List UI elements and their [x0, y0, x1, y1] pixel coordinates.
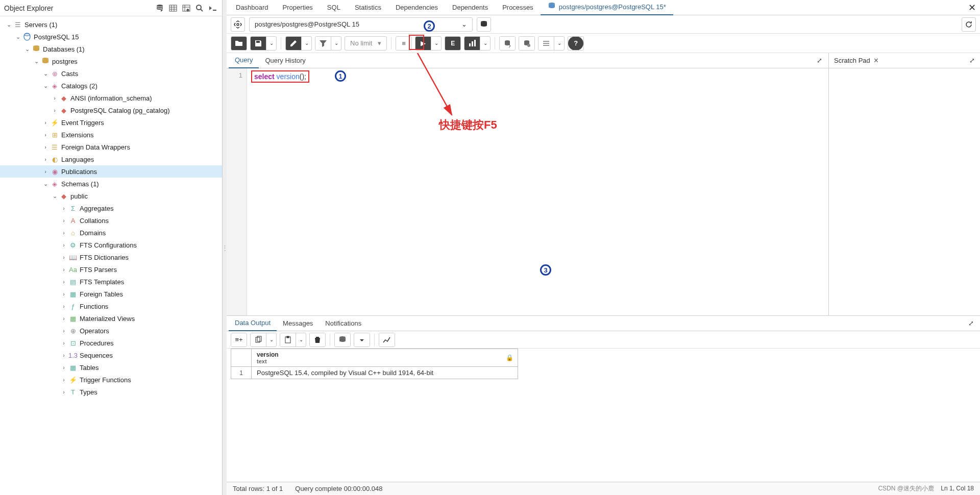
- status-bar: Total rows: 1 of 1 Query complete 00:00:…: [227, 482, 980, 495]
- types-icon: T: [68, 387, 78, 397]
- paste-button[interactable]: [280, 333, 296, 347]
- tab-query-tool[interactable]: postgres/postgres@PostgreSQL 15*: [541, 0, 673, 15]
- save-button[interactable]: [251, 36, 266, 51]
- panel-splitter[interactable]: [223, 0, 227, 495]
- help-button[interactable]: ?: [568, 36, 583, 51]
- sql-editor[interactable]: 1 select version();: [227, 68, 828, 315]
- open-file-button[interactable]: [231, 36, 247, 51]
- svg-point-10: [24, 34, 30, 36]
- edit-button[interactable]: [286, 36, 301, 51]
- publications-icon: ◉: [50, 167, 59, 176]
- copy-button[interactable]: [251, 333, 266, 347]
- svg-point-21: [527, 44, 530, 47]
- connection-status-icon[interactable]: [231, 17, 245, 32]
- add-row-button[interactable]: ≡+: [231, 333, 247, 347]
- filter-rows-icon[interactable]: [181, 3, 191, 13]
- execute-button[interactable]: ▶: [415, 36, 431, 51]
- save-dropdown[interactable]: ⌄: [266, 36, 276, 51]
- maximize-editor-icon[interactable]: ⤢: [813, 57, 826, 64]
- save-data-button[interactable]: [335, 333, 350, 347]
- languages-icon: ◐: [50, 155, 59, 164]
- tab-processes[interactable]: Processes: [495, 0, 541, 15]
- tab-dashboard[interactable]: Dashboard: [229, 0, 276, 15]
- scratch-pad-panel: Scratch Pad ✕ ⤢: [829, 53, 980, 315]
- data-output-tab[interactable]: Data Output: [229, 316, 277, 331]
- tab-statistics[interactable]: Statistics: [348, 0, 388, 15]
- explain-analyze-button[interactable]: [464, 36, 480, 51]
- matviews-icon: ▦: [68, 314, 78, 323]
- stop-button[interactable]: ■: [396, 36, 411, 51]
- filter-dropdown[interactable]: ⌄: [331, 36, 341, 51]
- callout-1: 1: [335, 70, 346, 82]
- catalog-icon: ◆: [59, 106, 68, 115]
- svg-rect-17: [472, 41, 473, 46]
- limit-dropdown[interactable]: No limit ▾: [345, 39, 386, 47]
- trigger-funcs-icon: ⚡: [68, 375, 78, 384]
- catalogs-icon: ◈: [50, 81, 59, 90]
- chevron-down-icon: ⌄: [461, 20, 467, 28]
- catalog-icon: ◆: [59, 93, 68, 103]
- tab-sql[interactable]: SQL: [320, 0, 348, 15]
- tab-close-button[interactable]: ✕: [968, 2, 980, 13]
- graph-button[interactable]: [379, 333, 395, 347]
- reset-layout-icon[interactable]: [962, 17, 976, 32]
- scratch-close-icon[interactable]: ✕: [873, 57, 879, 64]
- messages-tab[interactable]: Messages: [277, 316, 319, 331]
- line-gutter: 1: [227, 68, 247, 315]
- rollback-button[interactable]: [519, 36, 534, 51]
- scratch-pad-title: Scratch Pad: [834, 57, 870, 64]
- new-connection-icon[interactable]: [477, 17, 491, 32]
- svg-rect-18: [474, 40, 476, 46]
- foreign-tables-icon: ▦: [68, 289, 78, 299]
- lock-icon: 🔒: [506, 354, 513, 361]
- maximize-results-icon[interactable]: ⤢: [964, 319, 978, 327]
- connection-dropdown[interactable]: postgres/postgres@PostgreSQL 15 ⌄: [249, 17, 473, 32]
- execute-dropdown[interactable]: ⌄: [431, 36, 441, 51]
- psql-icon[interactable]: [208, 3, 218, 13]
- callout-3: 3: [540, 264, 551, 276]
- servers-icon: ☰: [13, 20, 22, 29]
- commit-button[interactable]: [500, 36, 515, 51]
- explain-button[interactable]: E: [445, 36, 460, 51]
- column-header-version[interactable]: version text 🔒: [252, 349, 518, 367]
- tab-dependents[interactable]: Dependents: [445, 0, 495, 15]
- database-icon: [41, 57, 50, 66]
- schemas-icon: ◈: [50, 179, 59, 188]
- tab-properties[interactable]: Properties: [276, 0, 320, 15]
- results-panel: Data Output Messages Notifications ⤢ ≡+ …: [227, 315, 980, 482]
- tree-item-publications[interactable]: ›◉Publications: [0, 165, 222, 178]
- tab-dependencies[interactable]: Dependencies: [388, 0, 445, 15]
- paste-dropdown[interactable]: ⌄: [296, 333, 306, 347]
- scratch-pad-body[interactable]: [829, 68, 980, 315]
- row-header-corner[interactable]: [231, 349, 252, 367]
- macros-dropdown[interactable]: ⌄: [554, 36, 564, 51]
- fdw-icon: ☰: [50, 142, 59, 152]
- copy-dropdown[interactable]: ⌄: [266, 333, 276, 347]
- status-query-complete: Query complete 00:00:00.048: [295, 485, 382, 492]
- notifications-tab[interactable]: Notifications: [319, 316, 368, 331]
- watermark: CSDN @迷失的小鹿: [878, 485, 934, 492]
- event-triggers-icon: ⚡: [50, 118, 59, 127]
- query-history-tab[interactable]: Query History: [259, 53, 311, 68]
- fts-parsers-icon: Aa: [68, 265, 78, 274]
- delete-button[interactable]: [310, 333, 325, 347]
- macros-button[interactable]: [538, 36, 554, 51]
- server-icon: [22, 32, 32, 41]
- view-data-icon[interactable]: [168, 3, 178, 13]
- download-button[interactable]: [354, 333, 370, 347]
- search-icon[interactable]: [194, 3, 205, 13]
- query-tab[interactable]: Query: [229, 53, 259, 68]
- filter-button[interactable]: [315, 36, 331, 51]
- results-grid[interactable]: version text 🔒 1 PostgreSQL 15.4, compil…: [227, 349, 980, 482]
- result-row[interactable]: 1 PostgreSQL 15.4, compiled by Visual C+…: [231, 367, 518, 379]
- query-tool-icon[interactable]: [155, 3, 165, 13]
- svg-rect-0: [169, 5, 177, 11]
- object-tree[interactable]: ⌄☰Servers (1) ⌄PostgreSQL 15 ⌄Databases …: [0, 16, 222, 495]
- aggregates-icon: Σ: [68, 204, 78, 213]
- edit-dropdown[interactable]: ⌄: [301, 36, 311, 51]
- svg-rect-28: [287, 336, 289, 338]
- explain-dropdown[interactable]: ⌄: [480, 36, 490, 51]
- scratch-maximize-icon[interactable]: ⤢: [969, 57, 975, 64]
- sequences-icon: 1.3: [68, 351, 78, 360]
- fts-dict-icon: 📖: [68, 253, 78, 262]
